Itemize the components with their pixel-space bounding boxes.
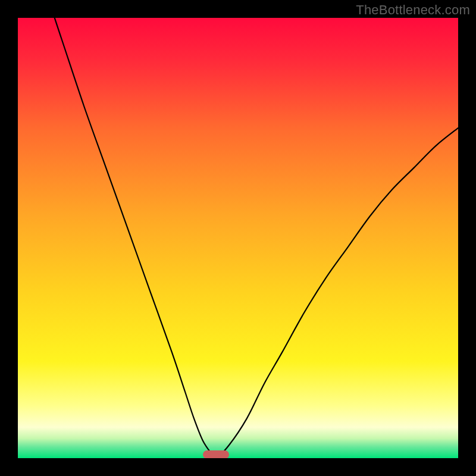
plot-area xyxy=(18,18,458,458)
optimal-marker xyxy=(203,450,229,458)
watermark-text: TheBottleneck.com xyxy=(356,2,470,18)
bottleneck-curve xyxy=(18,18,458,458)
chart-frame: TheBottleneck.com xyxy=(0,0,476,476)
